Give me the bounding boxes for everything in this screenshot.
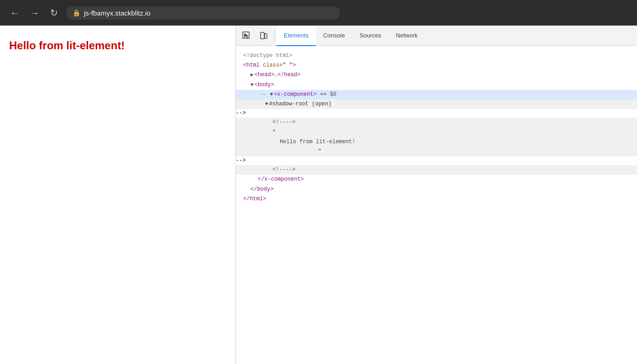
tab-console[interactable]: Console <box>316 26 352 46</box>
tab-separator <box>274 30 275 41</box>
browser-toolbar: ← → ↻ 🔒 js-fbamyx.stackblitz.io <box>0 0 637 26</box>
dom-html-open[interactable]: <html class=" "> <box>236 61 637 70</box>
dom-comment-2: <!----> <box>236 165 637 175</box>
forward-button[interactable]: → <box>27 6 42 19</box>
dom-html-close[interactable]: </html> <box>236 194 637 204</box>
page-content: Hello from lit-element! <box>0 26 235 364</box>
dom-text-content: Hello from lit-element! <box>236 137 637 147</box>
dom-comment-1: <!----> <box>236 118 637 127</box>
page-heading: Hello from lit-element! <box>9 39 226 52</box>
dom-quote-2: " <box>236 147 637 156</box>
dom-body-open[interactable]: ▼<body> <box>236 80 637 90</box>
tab-network[interactable]: Network <box>389 26 425 46</box>
shadow-root-triangle[interactable]: ▼ <box>265 100 268 109</box>
devtools-tabs: Elements Console Sources Network <box>236 26 637 46</box>
dom-shadow-root[interactable]: ▼#shadow-root (open) <box>236 99 637 109</box>
dom-x-component-close[interactable]: </x-component> <box>236 175 637 184</box>
reload-button[interactable]: ↻ <box>47 6 61 19</box>
doctype-text: <!doctype html> <box>243 52 292 60</box>
address-bar: 🔒 js-fbamyx.stackblitz.io <box>66 6 340 20</box>
svg-rect-1 <box>261 32 264 39</box>
tab-sources[interactable]: Sources <box>352 26 389 46</box>
dom-doctype: <!doctype html> <box>236 51 637 61</box>
svg-rect-2 <box>265 34 267 38</box>
devtools-panel: Elements Console Sources Network <!docty… <box>235 26 637 364</box>
devtools-content: <!doctype html> <html class=" "> ▶<head>… <box>236 46 637 364</box>
head-triangle[interactable]: ▶ <box>251 71 254 79</box>
address-text: js-fbamyx.stackblitz.io <box>84 9 151 17</box>
dom-quote-1: " <box>236 128 637 137</box>
x-component-triangle[interactable]: ▼ <box>270 91 273 99</box>
back-button[interactable]: ← <box>7 6 22 19</box>
dom-head[interactable]: ▶<head>…</head> <box>236 70 637 80</box>
body-triangle[interactable]: ▼ <box>251 81 254 89</box>
dom-body-close[interactable]: </body> <box>236 185 637 194</box>
device-icon <box>260 31 268 40</box>
dom-tree: <!doctype html> <html class=" "> ▶<head>… <box>236 49 637 206</box>
inspect-element-button[interactable] <box>238 29 255 42</box>
main-area: Hello from lit-element! Elements <box>0 26 637 364</box>
cursor-icon <box>242 31 251 40</box>
dom-x-component[interactable]: ··· ▼<x-component> == $0 <box>236 90 637 99</box>
tab-elements[interactable]: Elements <box>277 26 316 46</box>
device-toggle-button[interactable] <box>255 29 272 42</box>
lock-icon: 🔒 <box>73 9 80 16</box>
more-options-button[interactable]: ··· <box>258 90 268 97</box>
